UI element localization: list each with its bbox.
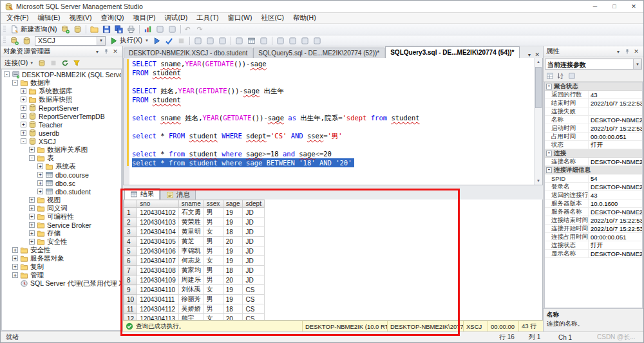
close-document-icon[interactable]: ✕: [535, 51, 540, 58]
grid-cell[interactable]: 女: [204, 256, 223, 266]
property-row[interactable]: 连接开始时间2022/10/7 15:22:53: [545, 225, 642, 233]
categorized-button[interactable]: [545, 71, 555, 81]
grid-cell[interactable]: 黄荣胜: [178, 218, 204, 227]
column-header[interactable]: sdept: [243, 200, 264, 208]
row-number[interactable]: 11: [124, 304, 137, 314]
scrollbar-thumb[interactable]: [535, 67, 542, 108]
disconnect-button[interactable]: [21, 36, 33, 46]
expand-icon[interactable]: +: [29, 214, 35, 219]
grid-cell[interactable]: 19: [223, 218, 243, 227]
tree-item[interactable]: +Teacher: [2, 120, 121, 129]
menu-help[interactable]: 帮助(H): [289, 13, 321, 23]
minimize-button[interactable]: ─: [585, 1, 605, 12]
uncomment-button[interactable]: [287, 36, 299, 46]
grid-cell[interactable]: 19: [223, 295, 243, 304]
editor-content[interactable]: SELECT sname,YEAR(GETDATE())-sageFROM st…: [129, 58, 534, 185]
grid-cell[interactable]: 18: [223, 304, 243, 314]
grid-cell[interactable]: 1204304103: [137, 218, 179, 227]
collapse-icon[interactable]: -: [546, 151, 552, 156]
grid-cell[interactable]: 刘休禹: [178, 285, 204, 295]
tree-item[interactable]: +复制: [2, 263, 121, 271]
collapse-icon[interactable]: -: [21, 138, 26, 144]
property-row[interactable]: 连接名称DESKTOP-NBME2IK: [545, 158, 642, 166]
grid-cell[interactable]: 20: [223, 275, 243, 285]
grid-cell[interactable]: 18: [223, 227, 243, 237]
connection-parameters-combo[interactable]: 当前连接参数 ▼: [545, 59, 642, 70]
column-header[interactable]: sno: [137, 200, 179, 208]
editor-line[interactable]: select sname 姓名,YEAR(GETDATE())-sage as …: [132, 113, 534, 122]
tree-item[interactable]: +视图: [2, 196, 121, 204]
actual-plan-button[interactable]: [216, 36, 229, 46]
document-tab[interactable]: SQLQuery5.sql - DE...ME2IK\20774 (52))*: [253, 48, 384, 58]
editor-line[interactable]: SELECT 姓名,YEAR(GETDATE())-sage 出生年: [132, 86, 534, 95]
refresh-button[interactable]: [60, 58, 70, 68]
grid-cell[interactable]: 周建乐: [178, 275, 204, 285]
expand-icon[interactable]: +: [29, 147, 35, 153]
property-row[interactable]: 连接状态打开: [545, 241, 642, 250]
grid-cell[interactable]: 1204304113: [137, 314, 179, 321]
parse-button[interactable]: [163, 36, 175, 46]
tree-item[interactable]: +userdb: [2, 129, 121, 137]
tree-item[interactable]: +Service Broker: [2, 221, 121, 229]
grid-cell[interactable]: 男: [204, 295, 223, 304]
debug-button[interactable]: [151, 36, 163, 46]
tree-item[interactable]: +系统表: [2, 162, 121, 171]
tree-item[interactable]: +ReportServerTempDB: [2, 112, 121, 120]
expand-icon[interactable]: +: [21, 113, 26, 119]
grid-cell[interactable]: 20: [223, 237, 243, 246]
close-icon[interactable]: ✕: [111, 48, 120, 55]
expand-icon[interactable]: +: [37, 163, 43, 169]
grid-cell[interactable]: 20: [223, 314, 243, 321]
row-number[interactable]: 3: [124, 227, 137, 237]
property-row[interactable]: 返回的行数43: [545, 91, 642, 99]
grid-cell[interactable]: 男: [204, 275, 223, 285]
grid-cell[interactable]: 18: [223, 266, 243, 275]
row-number[interactable]: 5: [124, 246, 137, 256]
grid-cell[interactable]: 何志龙: [178, 256, 204, 266]
alphabetical-button[interactable]: AZ: [556, 71, 566, 81]
property-category[interactable]: -连接详细信息: [545, 166, 642, 174]
property-category[interactable]: -连接: [545, 149, 642, 158]
grid-cell[interactable]: 女: [204, 227, 223, 237]
comment-button[interactable]: [274, 36, 287, 46]
redo-button[interactable]: ↷: [195, 24, 207, 34]
connect-button[interactable]: 连接(O)▼: [3, 58, 35, 68]
grid-cell[interactable]: JD: [243, 275, 264, 285]
new-query-button[interactable]: 新建查询(N): [8, 24, 59, 34]
grid-cell[interactable]: 1204304110: [137, 285, 179, 295]
tree-item[interactable]: +可编程性: [2, 212, 121, 221]
grid-cell[interactable]: CS: [243, 295, 264, 304]
print-button[interactable]: [125, 24, 137, 34]
expand-icon[interactable]: +: [12, 264, 18, 270]
property-row[interactable]: 启动时间2022/10/7 15:22:53: [545, 124, 642, 133]
grid-cell[interactable]: 19: [223, 246, 243, 256]
save-button[interactable]: [100, 24, 113, 34]
menu-view[interactable]: 视图(V): [64, 13, 96, 23]
grid-cell[interactable]: 1204304109: [137, 275, 179, 285]
collapse-icon[interactable]: -: [4, 71, 10, 77]
properties-header[interactable]: 属性 ▼ ✕: [544, 46, 643, 57]
indent-button[interactable]: [299, 36, 311, 46]
editor-line[interactable]: [132, 104, 534, 113]
estimated-plan-button[interactable]: [204, 36, 216, 46]
connect-button[interactable]: [8, 36, 21, 46]
grid-cell[interactable]: 1204304102: [137, 208, 179, 218]
property-row[interactable]: 占用时间00:00:00.051: [545, 133, 642, 141]
scroll-down-icon[interactable]: ▼: [535, 177, 542, 185]
row-number[interactable]: 7: [124, 266, 137, 275]
property-row[interactable]: 服务器名称DESKTOP-NBME2IK: [545, 208, 642, 216]
outdent-button[interactable]: [311, 36, 323, 46]
grid-cell[interactable]: 石文勇: [178, 208, 204, 218]
grid-cell[interactable]: 男: [204, 218, 223, 227]
expand-icon[interactable]: +: [21, 130, 26, 136]
expand-icon[interactable]: +: [37, 189, 43, 194]
activity-monitor-button[interactable]: [142, 24, 154, 34]
filter-button[interactable]: [71, 58, 82, 68]
tree-item[interactable]: +存储: [2, 229, 121, 237]
grid-cell[interactable]: 1204304108: [137, 266, 179, 275]
property-row[interactable]: 连接失败: [545, 107, 642, 116]
expand-icon[interactable]: +: [29, 205, 35, 211]
row-number[interactable]: 4: [124, 237, 137, 246]
column-header[interactable]: sage: [223, 200, 243, 208]
close-icon[interactable]: ✕: [632, 48, 641, 55]
